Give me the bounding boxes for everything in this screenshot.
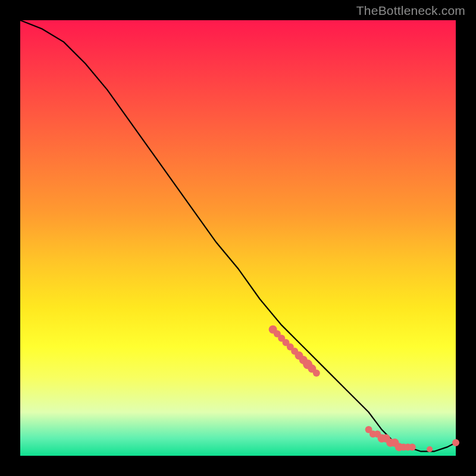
highlight-dot (409, 443, 416, 450)
plot-area (20, 20, 456, 456)
curve-layer (20, 20, 456, 456)
highlight-dot (427, 446, 433, 452)
bottleneck-curve (20, 20, 456, 452)
highlight-dots (269, 325, 459, 452)
watermark-text: TheBottleneck.com (356, 4, 465, 18)
highlight-dot (313, 369, 320, 377)
chart-container: TheBottleneck.com (0, 0, 476, 476)
highlight-dot (452, 439, 459, 446)
